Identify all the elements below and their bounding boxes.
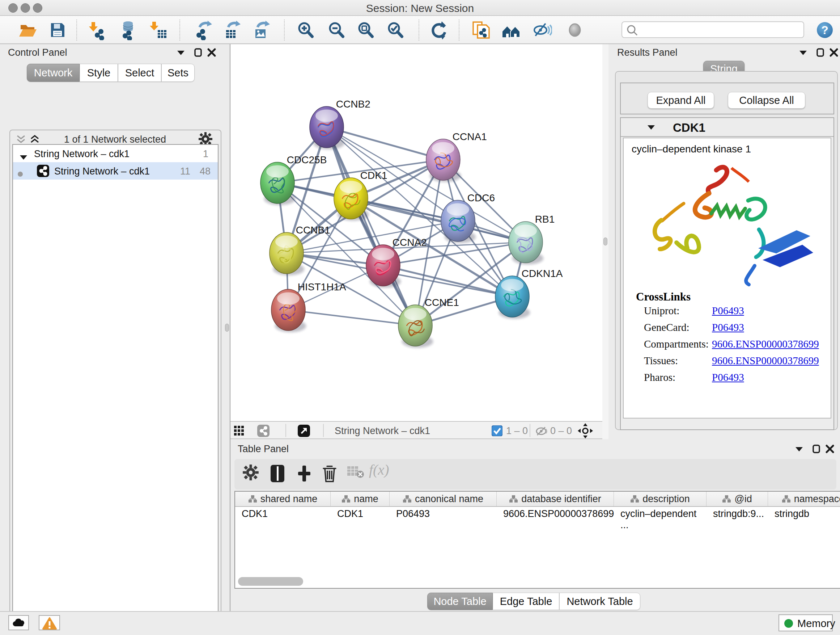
entry-expander-icon[interactable] — [647, 125, 655, 132]
cloud-button[interactable] — [8, 615, 29, 630]
tab-network[interactable]: Network — [27, 64, 80, 82]
splitter-grip[interactable] — [603, 238, 607, 245]
open-session-icon[interactable] — [18, 20, 38, 40]
show-glass-icon[interactable] — [565, 20, 585, 40]
network-node-CDC25B[interactable]: CDC25B — [261, 154, 327, 205]
network-node-CDC6[interactable]: CDC6 — [441, 192, 495, 243]
float-panel-icon[interactable] — [799, 50, 807, 57]
grid-view-icon[interactable] — [234, 426, 244, 437]
network-node-CCNA1[interactable]: CCNA1 — [426, 131, 487, 182]
hide-glass-icon[interactable] — [532, 20, 552, 40]
open-in-window-icon[interactable] — [298, 424, 310, 439]
refresh-icon[interactable] — [429, 20, 449, 40]
network-node-CCNB1[interactable]: CCNB1 — [270, 225, 330, 276]
network-edge-HIST1H1A-CCNE1[interactable] — [288, 310, 415, 325]
network-node-RB1[interactable]: RB1 — [508, 214, 554, 264]
network-node-HIST1H1A[interactable]: HIST1H1A — [271, 281, 346, 333]
add-column-icon[interactable] — [296, 464, 316, 485]
warnings-button[interactable] — [39, 615, 60, 630]
network-node-CDK1[interactable]: CDK1 — [334, 170, 387, 221]
import-network-icon[interactable] — [87, 20, 107, 40]
network-graph: CCNB2 CCNA1 CDC25B — [231, 44, 602, 421]
results-panel-title: Results Panel — [617, 47, 677, 58]
delete-column-trash-icon[interactable] — [321, 464, 341, 485]
column-header-database-identifier[interactable]: database identifier — [497, 492, 614, 506]
crosslink-link-tissues[interactable]: 9606.ENSP00000378699 — [712, 355, 819, 367]
tab-edge-table[interactable]: Edge Table — [493, 593, 559, 610]
tab-network-table[interactable]: Network Table — [559, 593, 640, 610]
close-panel-icon[interactable] — [825, 444, 835, 455]
tab-style[interactable]: Style — [80, 64, 118, 82]
undock-panel-icon[interactable] — [194, 48, 202, 59]
crosslink-label: Compartments: — [644, 338, 709, 350]
tab-node-table[interactable]: Node Table — [427, 593, 493, 610]
save-session-icon[interactable] — [47, 20, 68, 40]
crosslink-link-pharos[interactable]: P06493 — [712, 371, 744, 383]
selected-checkbox-icon[interactable] — [492, 425, 502, 438]
crosslink-link-compartments[interactable]: 9606.ENSP00000378699 — [712, 338, 819, 350]
table-settings-gear-icon[interactable] — [242, 464, 263, 485]
window-title: Session: New Session — [0, 2, 840, 14]
cell-canonical-name[interactable]: P06493 — [390, 507, 497, 521]
toolbar-separator — [180, 19, 180, 41]
cell-database-identifier[interactable]: 9606.ENSP00000378699 — [497, 507, 614, 521]
network-node-CCNE1[interactable]: CCNE1 — [398, 297, 459, 348]
home-icon[interactable] — [501, 20, 521, 40]
import-table-icon[interactable] — [148, 20, 168, 40]
zoom-fit-icon[interactable] — [355, 20, 376, 40]
crosslinks-title: CrossLinks — [636, 290, 691, 303]
column-header-description[interactable]: description — [614, 492, 706, 506]
cell-shared-name[interactable]: CDK1 — [235, 507, 331, 521]
string-view-icon[interactable] — [257, 424, 270, 439]
memory-button[interactable]: Memory — [778, 614, 833, 631]
cell-description[interactable]: cyclin–dependent ... — [614, 507, 706, 521]
export-image-icon[interactable] — [251, 20, 271, 40]
zoom-selected-icon[interactable] — [385, 20, 406, 40]
network-node-CDKN1A[interactable]: CDKN1A — [495, 268, 563, 319]
horizontal-scrollbar-thumb[interactable] — [238, 577, 303, 586]
export-network-icon[interactable] — [193, 20, 213, 40]
node-label-CCNB1: CCNB1 — [296, 225, 330, 236]
splitter-grip[interactable] — [225, 324, 229, 332]
cell-namespace[interactable]: stringdb — [768, 507, 840, 521]
zoom-out-icon[interactable] — [326, 20, 347, 40]
import-database-icon[interactable] — [117, 20, 137, 40]
network-row-selected[interactable]: String Network – cdk1 11 48 — [13, 162, 218, 180]
cell-name[interactable]: CDK1 — [331, 507, 390, 521]
network-edge-CCNB2-CCNE1[interactable] — [327, 127, 415, 325]
entry-description: cyclin–dependent kinase 1 — [632, 143, 751, 155]
crosslink-link-genecard[interactable]: P06493 — [712, 321, 744, 333]
tab-sets[interactable]: Sets — [161, 64, 195, 82]
undock-panel-icon[interactable] — [812, 444, 821, 455]
toolbar-separator — [459, 19, 459, 41]
show-columns-icon[interactable] — [269, 464, 289, 485]
close-panel-icon[interactable] — [829, 48, 838, 59]
column-header-id[interactable]: @id — [706, 492, 768, 506]
float-panel-icon[interactable] — [795, 447, 804, 454]
column-header-shared-name[interactable]: shared name — [235, 492, 331, 506]
crosslink-row-compartments: Compartments: 9606.ENSP00000378699 — [624, 338, 831, 355]
network-view-toolbar: String Network – cdk1 1 – 0 0 – 0 — [231, 421, 602, 439]
clone-network-icon[interactable] — [470, 20, 491, 40]
tab-select[interactable]: Select — [118, 64, 161, 82]
close-panel-icon[interactable] — [207, 48, 216, 59]
cell-id[interactable]: stringdb:9... — [706, 507, 768, 521]
export-table-icon[interactable] — [222, 20, 242, 40]
network-node-CCNB2[interactable]: CCNB2 — [309, 98, 370, 149]
tree-expander-icon[interactable] — [19, 151, 27, 163]
entry-header[interactable]: CDK1 — [621, 118, 834, 137]
collapse-all-button[interactable]: Collapse All — [728, 92, 805, 109]
network-collection-row[interactable]: String Network – cdk1 1 — [13, 145, 218, 162]
search-input[interactable] — [639, 23, 799, 36]
pan-crosshair-icon[interactable] — [578, 423, 593, 440]
crosslink-link-uniprot[interactable]: P06493 — [712, 305, 744, 317]
undock-panel-icon[interactable] — [816, 48, 825, 59]
expand-all-button[interactable]: Expand All — [647, 92, 714, 109]
zoom-in-icon[interactable] — [295, 20, 316, 40]
column-header-canonical-name[interactable]: canonical name — [390, 492, 497, 506]
column-header-name[interactable]: name — [331, 492, 390, 506]
float-panel-icon[interactable] — [177, 50, 185, 57]
column-header-namespace[interactable]: namespace — [768, 492, 840, 506]
search-box — [622, 21, 804, 38]
help-icon[interactable]: ? — [816, 21, 836, 41]
